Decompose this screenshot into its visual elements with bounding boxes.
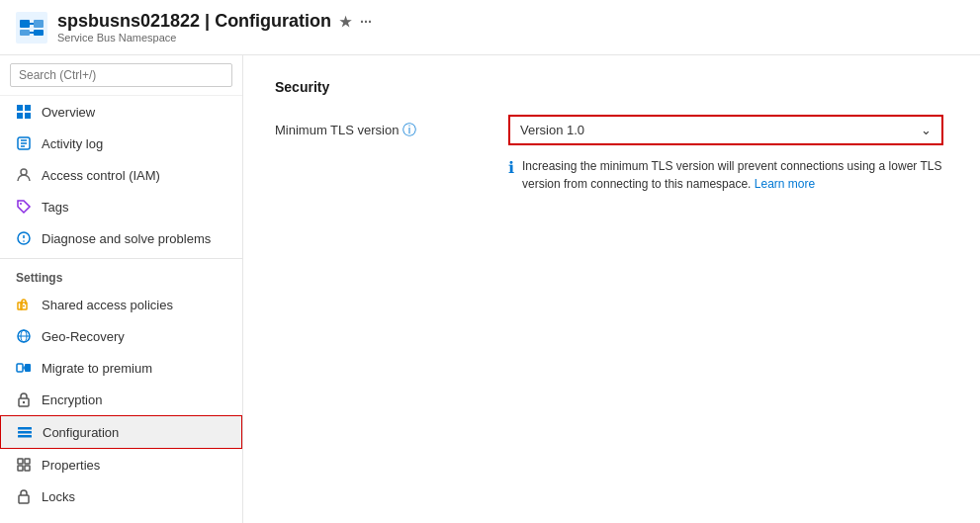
svg-rect-4 bbox=[34, 30, 44, 36]
migrate-icon bbox=[16, 360, 32, 376]
sidebar-item-activity-log[interactable]: Activity log bbox=[0, 128, 242, 159]
sidebar-search-container bbox=[0, 55, 242, 96]
sidebar-item-configuration[interactable]: Configuration bbox=[0, 415, 242, 449]
info-banner: ℹ Increasing the minimum TLS version wil… bbox=[508, 157, 948, 193]
svg-rect-10 bbox=[25, 113, 31, 119]
geo-icon bbox=[16, 328, 32, 344]
main-layout: Overview Activity log Access control (IA… bbox=[0, 55, 980, 523]
activity-log-label: Activity log bbox=[42, 136, 103, 151]
svg-rect-35 bbox=[18, 466, 23, 471]
sidebar-item-shared-access[interactable]: Shared access policies bbox=[0, 289, 242, 320]
properties-label: Properties bbox=[42, 458, 100, 473]
sidebar-item-overview[interactable]: Overview bbox=[0, 96, 242, 128]
header-title-group: spsbusns021822 | Configuration ★ ··· Ser… bbox=[57, 11, 372, 44]
tls-version-dropdown[interactable]: Version 1.0 ⌄ bbox=[508, 115, 943, 145]
tags-label: Tags bbox=[42, 200, 68, 215]
sidebar: Overview Activity log Access control (IA… bbox=[0, 55, 243, 523]
sidebar-item-iam[interactable]: Access control (IAM) bbox=[0, 159, 242, 191]
props-icon bbox=[16, 457, 32, 473]
svg-rect-30 bbox=[18, 427, 32, 430]
svg-point-15 bbox=[21, 169, 27, 175]
svg-rect-2 bbox=[34, 20, 44, 28]
iam-label: Access control (IAM) bbox=[42, 168, 160, 183]
svg-point-16 bbox=[20, 203, 22, 205]
tls-label-text: Minimum TLS version bbox=[275, 123, 399, 137]
sidebar-item-properties[interactable]: Properties bbox=[0, 449, 242, 480]
svg-point-21 bbox=[23, 305, 25, 307]
svg-rect-33 bbox=[18, 459, 23, 464]
sidebar-item-locks[interactable]: Locks bbox=[0, 480, 242, 512]
config-icon bbox=[17, 424, 33, 440]
configuration-label: Configuration bbox=[43, 425, 119, 440]
tags-icon bbox=[16, 199, 32, 215]
sidebar-item-migrate[interactable]: Migrate to premium bbox=[0, 352, 242, 384]
svg-rect-36 bbox=[25, 466, 30, 471]
activity-icon bbox=[16, 135, 32, 151]
shared-icon bbox=[16, 297, 32, 312]
svg-rect-31 bbox=[18, 431, 32, 434]
svg-rect-34 bbox=[25, 459, 30, 464]
search-input[interactable] bbox=[10, 63, 232, 87]
learn-more-link[interactable]: Learn more bbox=[755, 177, 815, 191]
title-text: spsbusns021822 | Configuration bbox=[57, 11, 331, 32]
overview-label: Overview bbox=[42, 105, 95, 120]
locks-icon bbox=[16, 488, 32, 504]
header: spsbusns021822 | Configuration ★ ··· Ser… bbox=[0, 0, 980, 55]
encryption-icon bbox=[16, 392, 32, 407]
settings-section-label: Settings bbox=[0, 258, 242, 289]
tls-info-icon[interactable]: ⓘ bbox=[402, 122, 416, 139]
sidebar-item-tags[interactable]: Tags bbox=[0, 191, 242, 222]
overview-icon bbox=[16, 104, 32, 120]
sidebar-item-encryption[interactable]: Encryption bbox=[0, 384, 242, 415]
page-title: spsbusns021822 | Configuration ★ ··· bbox=[57, 11, 372, 32]
iam-icon bbox=[16, 167, 32, 183]
svg-rect-32 bbox=[18, 435, 32, 438]
service-bus-icon bbox=[16, 12, 47, 44]
svg-rect-1 bbox=[20, 20, 30, 28]
info-message: Increasing the minimum TLS version will … bbox=[522, 159, 941, 191]
favorite-icon[interactable]: ★ bbox=[339, 14, 352, 30]
header-subtitle: Service Bus Namespace bbox=[57, 32, 372, 44]
svg-rect-0 bbox=[16, 12, 47, 44]
geo-recovery-label: Geo-Recovery bbox=[42, 329, 125, 344]
svg-rect-3 bbox=[20, 30, 30, 36]
svg-rect-9 bbox=[17, 113, 23, 119]
svg-rect-26 bbox=[17, 364, 23, 372]
migrate-label: Migrate to premium bbox=[42, 361, 152, 376]
svg-point-29 bbox=[23, 401, 25, 403]
diagnose-label: Diagnose and solve problems bbox=[42, 231, 211, 246]
svg-point-19 bbox=[23, 240, 25, 242]
svg-rect-37 bbox=[19, 495, 29, 503]
content-area: Security Minimum TLS version ⓘ Version 1… bbox=[243, 55, 980, 523]
sidebar-item-geo-recovery[interactable]: Geo-Recovery bbox=[0, 320, 242, 352]
encryption-label: Encryption bbox=[42, 392, 102, 407]
svg-rect-7 bbox=[17, 105, 23, 111]
info-text: Increasing the minimum TLS version will … bbox=[522, 157, 948, 193]
more-icon[interactable]: ··· bbox=[360, 14, 372, 30]
tls-version-value: Version 1.0 bbox=[520, 123, 584, 137]
tls-form-row: Minimum TLS version ⓘ Version 1.0 ⌄ bbox=[275, 115, 948, 145]
dropdown-chevron-icon: ⌄ bbox=[921, 123, 932, 137]
sidebar-scroll: Overview Activity log Access control (IA… bbox=[0, 96, 242, 523]
info-circle-icon: ℹ bbox=[508, 158, 514, 177]
locks-label: Locks bbox=[42, 489, 75, 504]
tls-label: Minimum TLS version ⓘ bbox=[275, 122, 492, 139]
diagnose-icon bbox=[16, 230, 32, 246]
shared-access-label: Shared access policies bbox=[42, 298, 173, 312]
svg-rect-8 bbox=[25, 105, 31, 111]
security-section-title: Security bbox=[275, 79, 948, 95]
sidebar-item-diagnose[interactable]: Diagnose and solve problems bbox=[0, 222, 242, 254]
